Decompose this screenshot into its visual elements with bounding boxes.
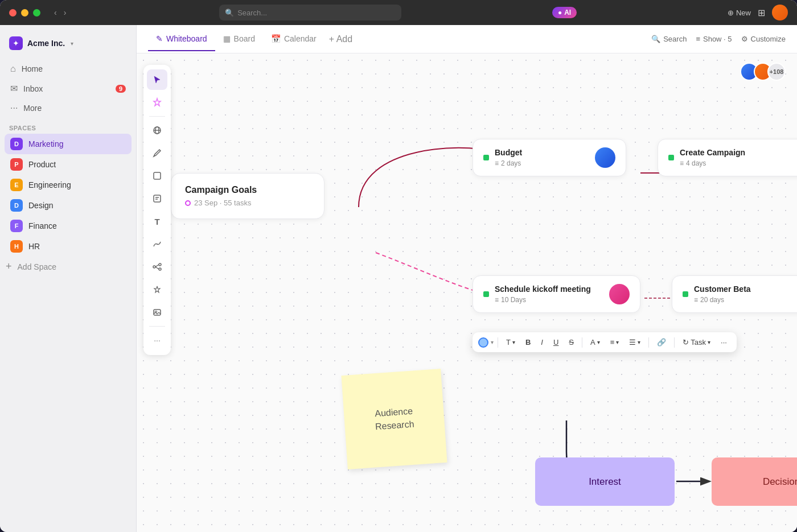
- font-color-button[interactable]: A ▾: [586, 336, 604, 349]
- sparkle-tool[interactable]: [147, 279, 167, 300]
- italic-button[interactable]: I: [537, 336, 547, 349]
- space-dot-hr: H: [10, 240, 23, 253]
- sidebar-item-inbox[interactable]: ✉ Inbox 9: [5, 79, 132, 98]
- space-dot-design: D: [10, 199, 23, 212]
- space-item-product[interactable]: P Product: [5, 154, 132, 175]
- sidebar-logo[interactable]: ✦ Acme Inc. ▾: [0, 32, 136, 59]
- more-format-button[interactable]: ···: [717, 336, 731, 349]
- canvas-toolbar: T: [143, 65, 171, 355]
- budget-days: ≡ 2 days: [495, 159, 589, 167]
- main-content: ✦ Acme Inc. ▾ ⌂ Home ✉ Inbox 9 ··· More: [0, 25, 797, 532]
- ai-tool[interactable]: [147, 92, 167, 113]
- space-label-hr: HR: [28, 242, 40, 251]
- schedule-avatar: [609, 284, 630, 304]
- shape-tool[interactable]: [147, 166, 167, 186]
- text-tool[interactable]: T: [147, 211, 167, 232]
- new-button[interactable]: ⊕ New: [728, 9, 751, 17]
- globe-tool[interactable]: [147, 120, 167, 141]
- more-icon: ···: [10, 103, 18, 113]
- select-tool[interactable]: [147, 69, 167, 90]
- more-format-icon: ···: [721, 338, 727, 347]
- add-tab-button[interactable]: + Add: [324, 27, 357, 51]
- space-item-finance[interactable]: F Finance: [5, 216, 132, 236]
- link-button[interactable]: 🔗: [653, 336, 670, 349]
- create-campaign-card[interactable]: Create Campaign ≡ 4 days: [658, 139, 797, 176]
- search-icon: 🔍: [225, 9, 234, 17]
- task-button[interactable]: ↻ Task ▾: [679, 336, 714, 349]
- budget-card[interactable]: Budget ≡ 2 days: [473, 139, 626, 176]
- minimize-button[interactable]: [21, 9, 28, 17]
- add-space-button[interactable]: + Add Space: [0, 257, 136, 277]
- customize-tab-action[interactable]: ⚙ Customize: [741, 35, 786, 43]
- space-item-hr[interactable]: H HR: [5, 236, 132, 257]
- align-button[interactable]: ≡ ▾: [606, 336, 623, 349]
- schedule-days-text: 10 Days: [501, 296, 526, 304]
- sidebar-item-more[interactable]: ··· More: [5, 98, 132, 118]
- forward-arrow[interactable]: ›: [61, 7, 69, 18]
- sticky-note[interactable]: Audience Research: [341, 369, 447, 469]
- schedule-kickoff-card[interactable]: Schedule kickoff meeting ≡ 10 Days: [473, 275, 640, 313]
- sidebar-item-home[interactable]: ⌂ Home: [5, 59, 132, 79]
- svg-rect-3: [154, 172, 161, 179]
- campaign-goals-card[interactable]: Campaign Goals 23 Sep · 55 tasks: [171, 173, 324, 219]
- interest-label: Interest: [589, 476, 621, 488]
- bold-button[interactable]: B: [521, 336, 535, 349]
- global-search-input[interactable]: [237, 9, 396, 17]
- tab-bar-right: 🔍 Search ≡ Show · 5 ⚙ Customize: [651, 35, 786, 43]
- more-tools[interactable]: ···: [147, 330, 167, 350]
- color-picker-button[interactable]: [478, 337, 488, 348]
- space-item-marketing[interactable]: D Marketing: [5, 134, 132, 154]
- svg-point-8: [159, 263, 161, 266]
- refresh-icon: ↻: [683, 338, 689, 347]
- schedule-days-icon: ≡: [495, 296, 499, 304]
- customer-beta-info: Customer Beta ≡ 20 days: [694, 284, 797, 304]
- tab-calendar[interactable]: 📅 Calendar: [263, 27, 324, 51]
- font-label: A: [590, 338, 595, 347]
- space-item-design[interactable]: D Design: [5, 195, 132, 216]
- create-campaign-status-dot: [668, 155, 674, 160]
- customer-beta-card[interactable]: Customer Beta ≡ 20 days: [672, 275, 797, 313]
- close-button[interactable]: [9, 9, 17, 17]
- app-window: ‹ › 🔍 ● AI ⊕ New ⊞ ✦ Acme: [0, 0, 797, 532]
- underline-button[interactable]: U: [549, 336, 562, 349]
- customer-beta-title: Customer Beta: [694, 284, 797, 294]
- customer-beta-days-icon: ≡: [694, 296, 698, 304]
- list-button[interactable]: ☰ ▾: [625, 336, 644, 349]
- schedule-status-dot: [483, 291, 489, 297]
- pen-tool[interactable]: [147, 143, 167, 163]
- image-tool[interactable]: [147, 302, 167, 323]
- show-tab-action[interactable]: ≡ Show · 5: [696, 35, 732, 43]
- schedule-info: Schedule kickoff meeting ≡ 10 Days: [495, 284, 603, 304]
- budget-days-icon: ≡: [495, 159, 499, 167]
- global-search-bar[interactable]: 🔍: [219, 5, 401, 20]
- decision-box[interactable]: Decision: [712, 457, 797, 506]
- space-dot-product: P: [10, 158, 23, 171]
- tab-board[interactable]: ▦ Board: [215, 27, 263, 51]
- user-avatar[interactable]: [772, 5, 788, 20]
- text-style-button[interactable]: T ▾: [502, 336, 519, 349]
- space-label-engineering: Engineering: [28, 180, 71, 189]
- color-dropdown-icon[interactable]: ▾: [491, 339, 494, 345]
- budget-title: Budget: [495, 148, 589, 157]
- decision-label: Decision: [763, 476, 797, 488]
- fmt-sep-2: [582, 337, 582, 348]
- search-tab-action[interactable]: 🔍 Search: [651, 35, 687, 43]
- schedule-title: Schedule kickoff meeting: [495, 284, 603, 294]
- budget-status-dot: [483, 155, 489, 160]
- note-tool[interactable]: [147, 188, 167, 209]
- maximize-button[interactable]: [33, 9, 40, 17]
- tab-whiteboard[interactable]: ✎ Whiteboard: [148, 27, 215, 51]
- draw-tool[interactable]: [147, 234, 167, 254]
- interest-box[interactable]: Interest: [535, 457, 675, 506]
- space-item-engineering[interactable]: E Engineering: [5, 175, 132, 195]
- svg-point-7: [153, 266, 155, 268]
- strikethrough-button[interactable]: S: [565, 336, 578, 349]
- inbox-icon: ✉: [10, 83, 18, 94]
- awareness-box-container[interactable]: Awareness: [487, 355, 643, 418]
- grid-icon[interactable]: ⊞: [758, 7, 765, 18]
- canvas-area[interactable]: T: [137, 53, 797, 532]
- connect-tool[interactable]: [147, 257, 167, 277]
- ai-badge[interactable]: ● AI: [552, 7, 577, 18]
- back-arrow[interactable]: ‹: [52, 7, 59, 18]
- canvas-avatars: +108: [740, 63, 786, 81]
